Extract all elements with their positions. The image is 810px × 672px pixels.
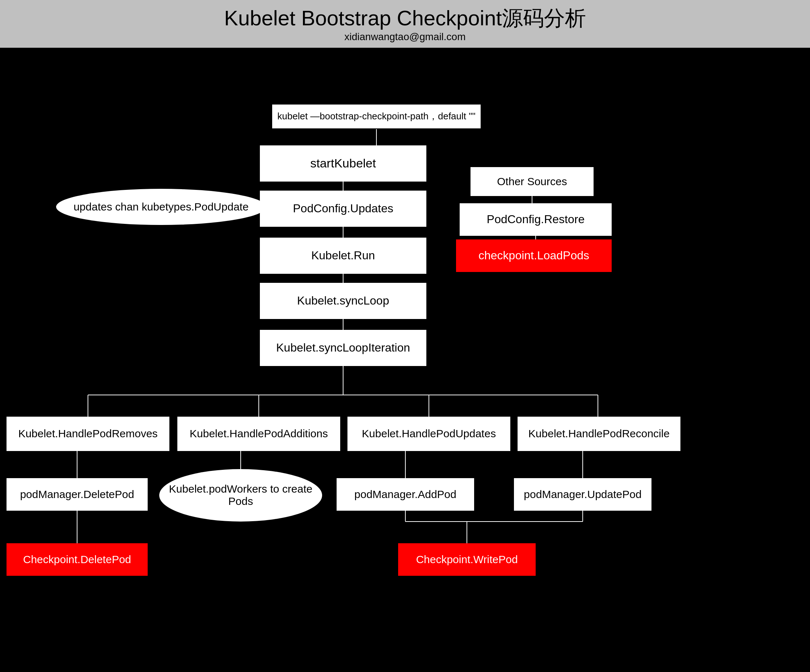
other-sources-node: Other Sources	[471, 167, 594, 196]
checkpoint-delete-pod-node: Checkpoint.DeletePod	[7, 543, 148, 576]
start-kubelet-node: startKubelet	[260, 145, 426, 182]
podconfig-updates-node: PodConfig.Updates	[260, 190, 426, 227]
handle-pod-additions-node: Kubelet.HandlePodAdditions	[177, 417, 340, 451]
handle-pod-removes-node: Kubelet.HandlePodRemoves	[7, 417, 169, 451]
pod-manager-add-node: podManager.AddPod	[337, 478, 474, 511]
handle-pod-reconcile-node: Kubelet.HandlePodReconcile	[518, 417, 680, 451]
kubelet-syncloopiteration-node: Kubelet.syncLoopIteration	[260, 330, 426, 366]
pod-manager-delete-node: podManager.DeletePod	[7, 478, 148, 511]
kubelet-run-node: Kubelet.Run	[260, 237, 426, 274]
page-title: Kubelet Bootstrap Checkpoint源码分析	[7, 7, 803, 30]
checkpoint-loadpods-node: checkpoint.LoadPods	[456, 239, 612, 272]
pod-manager-update-node: podManager.UpdatePod	[514, 478, 651, 511]
page-subtitle: xidianwangtao@gmail.com	[7, 31, 803, 43]
diagram: kubelet —bootstrap-checkpoint-path，defau…	[0, 48, 810, 672]
header: Kubelet Bootstrap Checkpoint源码分析 xidianw…	[0, 0, 810, 48]
kubelet-pod-workers-node: Kubelet.podWorkers to create Pods	[159, 469, 322, 522]
kubelet-param-node: kubelet —bootstrap-checkpoint-path，defau…	[272, 104, 481, 129]
checkpoint-write-pod-node: Checkpoint.WritePod	[398, 543, 536, 576]
podconfig-restore-node: PodConfig.Restore	[460, 203, 612, 236]
kubelet-syncloop-node: Kubelet.syncLoop	[260, 283, 426, 319]
updates-chan-node: updates chan kubetypes.PodUpdate	[56, 189, 266, 225]
handle-pod-updates-node: Kubelet.HandlePodUpdates	[348, 417, 510, 451]
